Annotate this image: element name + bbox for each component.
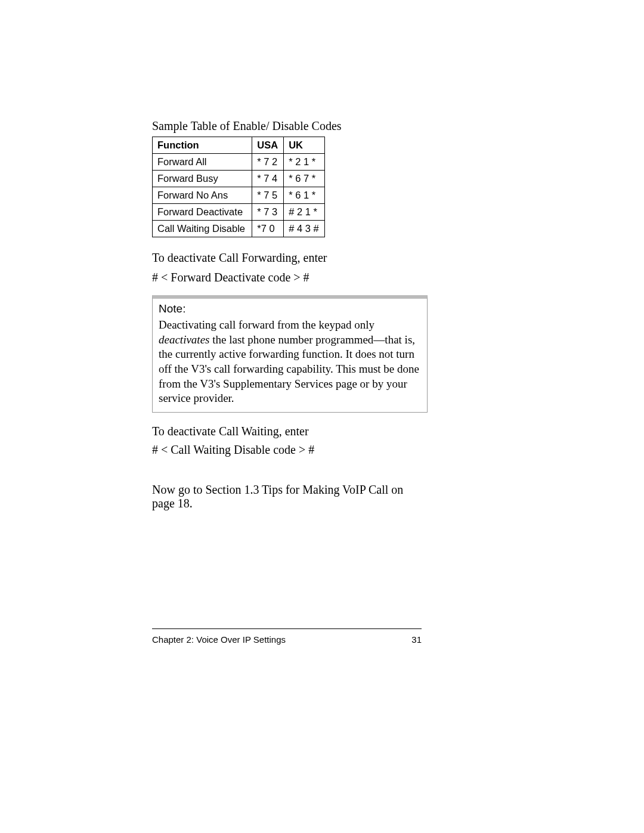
col-function: Function <box>153 137 252 154</box>
table-title: Sample Table of Enable/ Disable Codes <box>152 119 420 133</box>
footer-rule <box>152 628 422 629</box>
cell-function: Forward Deactivate <box>153 204 252 221</box>
page-footer: Chapter 2: Voice Over IP Settings 31 <box>152 634 422 645</box>
cell-uk: # 4 3 # <box>284 221 325 237</box>
cell-function: Forward No Ans <box>153 187 252 204</box>
cell-usa: * 7 4 <box>252 171 284 187</box>
table-row: Forward No Ans * 7 5 * 6 1 * <box>153 187 325 204</box>
col-usa: USA <box>252 137 284 154</box>
table-header-row: Function USA UK <box>153 137 325 154</box>
table-row: Forward Deactivate * 7 3 # 2 1 * <box>153 204 325 221</box>
cell-function: Forward Busy <box>153 171 252 187</box>
cell-uk: # 2 1 * <box>284 204 325 221</box>
codes-table: Function USA UK Forward All * 7 2 * 2 1 … <box>152 137 325 237</box>
paragraph: To deactivate Call Waiting, enter <box>152 425 420 438</box>
col-uk: UK <box>284 137 325 154</box>
cell-usa: *7 0 <box>252 221 284 237</box>
note-body: Deactivating call forward from the keypa… <box>159 318 421 406</box>
note-heading: Note: <box>159 302 421 315</box>
table-row: Forward Busy * 7 4 * 6 7 * <box>153 171 325 187</box>
cell-uk: * 2 1 * <box>284 154 325 171</box>
code-example: # < Forward Deactivate code > # <box>152 271 420 284</box>
cell-uk: * 6 1 * <box>284 187 325 204</box>
note-text-em: deactivates <box>159 333 209 346</box>
content-column: Sample Table of Enable/ Disable Codes Fu… <box>152 119 420 510</box>
cell-usa: * 7 5 <box>252 187 284 204</box>
code-example: # < Call Waiting Disable code > # <box>152 443 420 457</box>
note-text-pre: Deactivating call forward from the keypa… <box>159 318 374 331</box>
footer-chapter: Chapter 2: Voice Over IP Settings <box>152 634 286 645</box>
cell-usa: * 7 2 <box>252 154 284 171</box>
table-row: Forward All * 7 2 * 2 1 * <box>153 154 325 171</box>
cell-function: Call Waiting Disable <box>153 221 252 237</box>
note-box: Note: Deactivating call forward from the… <box>152 295 428 413</box>
page: Sample Table of Enable/ Disable Codes Fu… <box>0 0 644 833</box>
cell-function: Forward All <box>153 154 252 171</box>
footer-page-number: 31 <box>411 634 422 645</box>
cell-usa: * 7 3 <box>252 204 284 221</box>
paragraph: To deactivate Call Forwarding, enter <box>152 249 420 266</box>
table-row: Call Waiting Disable *7 0 # 4 3 # <box>153 221 325 237</box>
cross-reference: Now go to Section 1.3 Tips for Making Vo… <box>152 483 420 510</box>
cell-uk: * 6 7 * <box>284 171 325 187</box>
